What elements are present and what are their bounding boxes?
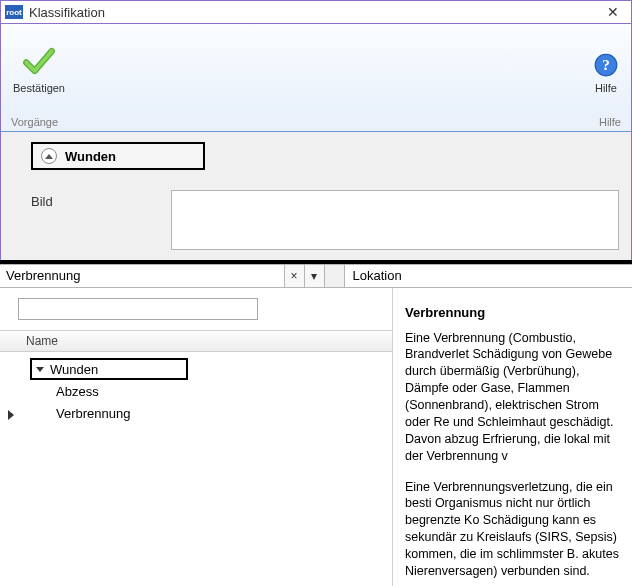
tree-filter-input[interactable] — [18, 298, 258, 320]
confirm-button[interactable]: Bestätigen — [1, 24, 77, 112]
detail-paragraph: Eine Verbrennungsverletzung, die ein bes… — [405, 479, 624, 580]
footer-left-label: Vorgänge — [11, 116, 599, 128]
svg-text:?: ? — [602, 56, 610, 73]
toolbar-footer: Vorgänge Hilfe — [0, 112, 632, 132]
app-icon: root — [5, 5, 23, 19]
tree-column-header[interactable]: Name — [0, 330, 392, 352]
current-row-marker-icon — [8, 410, 14, 420]
confirm-label: Bestätigen — [13, 82, 65, 94]
tree-item-label: Abzess — [56, 384, 99, 399]
close-button[interactable]: ✕ — [599, 2, 627, 22]
tree-pane: Name Wunden Abzess Verbrennung — [0, 288, 393, 586]
help-label: Hilfe — [595, 82, 617, 94]
search-dropdown-button[interactable]: ▾ — [305, 265, 325, 287]
bild-label: Bild — [31, 190, 171, 250]
tree-item-verbrennung[interactable]: Verbrennung — [0, 402, 392, 424]
tree-item-label: Verbrennung — [56, 406, 130, 421]
tree-item-label: Wunden — [50, 362, 98, 377]
lokation-field[interactable]: Lokation — [345, 265, 633, 287]
chevron-down-icon — [36, 367, 44, 372]
tree-item-abzess[interactable]: Abzess — [0, 380, 392, 402]
tree: Wunden Abzess Verbrennung — [0, 352, 392, 430]
detail-paragraph: Eine Verbrennung (Combustio, Brandverlet… — [405, 330, 624, 465]
lower-panes: Name Wunden Abzess Verbrennung Verbrennu… — [0, 288, 632, 586]
footer-right-label: Hilfe — [599, 116, 621, 128]
search-row: Verbrennung × ▾ Lokation — [0, 264, 632, 288]
help-button[interactable]: ? Hilfe — [581, 32, 631, 112]
title-bar: root Klassifikation ✕ — [0, 0, 632, 24]
help-icon: ? — [593, 52, 619, 80]
group-title: Wunden — [65, 149, 116, 164]
tree-item-wunden[interactable]: Wunden — [0, 358, 392, 380]
detail-title: Verbrennung — [405, 304, 624, 322]
group-header-wunden[interactable]: Wunden — [31, 142, 205, 170]
window-title: Klassifikation — [29, 5, 599, 20]
upper-panel: Wunden Bild — [0, 132, 632, 260]
search-input[interactable]: Verbrennung — [0, 265, 285, 287]
clear-search-button[interactable]: × — [285, 265, 305, 287]
detail-pane: Verbrennung Eine Verbrennung (Combustio,… — [393, 288, 632, 586]
bild-field[interactable] — [171, 190, 619, 250]
search-gap — [325, 265, 345, 287]
toolbar: Bestätigen ? Hilfe — [0, 24, 632, 112]
checkmark-icon — [22, 44, 56, 80]
collapse-icon — [41, 148, 57, 164]
